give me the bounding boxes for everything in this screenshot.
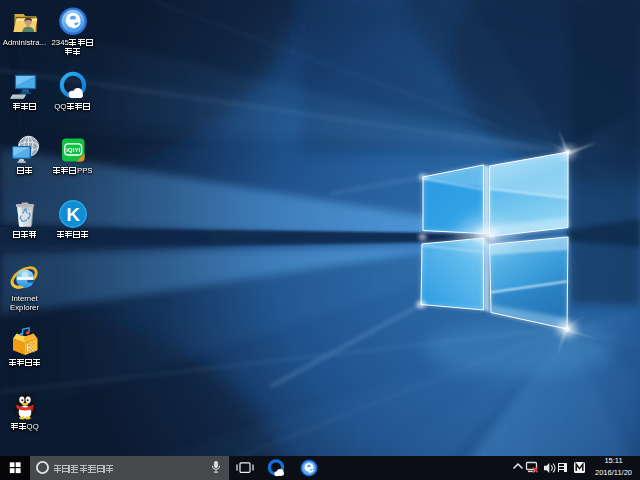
svg-text:iQIYI: iQIYI (66, 146, 80, 153)
svg-text:K: K (66, 204, 80, 225)
svg-text:K: K (25, 341, 34, 355)
